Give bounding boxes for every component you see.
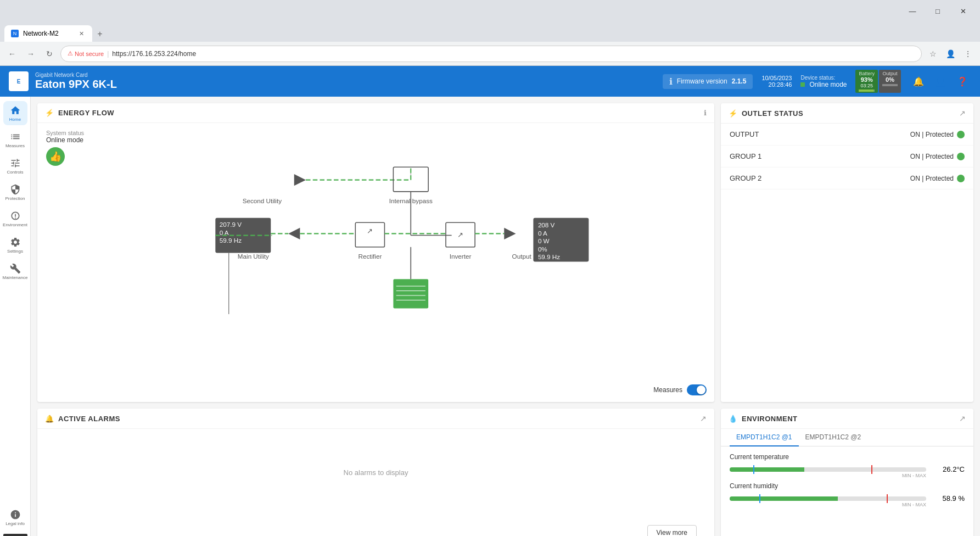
alarms-panel: 🔔 ACTIVE ALARMS ↗ No alarms to display V… [37,409,714,536]
output-arrow [504,228,516,239]
humidity-value: 58.9 % [932,494,965,503]
second-utility-label: Second Utility [243,197,282,204]
main-utility-arrow [288,228,300,239]
outlet-rows: OUTPUT ON | Protected GROUP 1 ON | Prote… [721,124,973,189]
new-tab-button[interactable]: + [92,26,108,42]
environment-external-link-icon[interactable]: ↗ [959,414,966,423]
alarms-footer: View more [37,516,714,536]
forward-button[interactable]: → [23,46,38,62]
outlet-status-header: ⚡ OUTLET STATUS ↗ [721,103,973,124]
outlet-output-indicator [957,131,965,138]
view-more-button[interactable]: View more [647,525,697,536]
back-button[interactable]: ← [4,46,20,62]
header-title: Eaton 9PX 6K-L [35,78,117,91]
env-tab-1[interactable]: EMPDT1H1C2 @1 [730,429,799,446]
not-secure-indicator: ⚠ Not secure [68,50,104,57]
svg-text:59.9 Hz: 59.9 Hz [538,253,560,260]
svg-text:208 V: 208 V [538,221,555,228]
svg-text:0%: 0% [538,245,547,253]
bottom-row: 🔔 ACTIVE ALARMS ↗ No alarms to display V… [37,409,973,536]
toggle-knob [697,386,705,394]
menu-icon[interactable]: ⋮ [960,46,976,62]
device-status-label: Device status: [800,75,847,81]
battery-box [393,279,428,308]
close-button[interactable]: ✕ [950,2,976,20]
environment-header: 💧 ENVIRONMENT ↗ [721,409,973,429]
sidebar-item-legal[interactable]: Legal info [3,505,27,529]
energy-flow-title: ENERGY FLOW [58,109,114,117]
help-icon[interactable]: ❓ [954,72,971,90]
main-layout: Home Measures Controls Protection Enviro… [0,97,980,536]
temperature-min-marker [753,465,754,474]
output-widget: Output 0% [879,70,901,93]
sidebar-item-settings[interactable]: Settings [3,233,27,257]
svg-text:0 W: 0 W [538,237,550,244]
temperature-bar-labels: MIN - MAX [730,473,926,478]
system-status-value: Online mode [46,136,84,144]
system-status: System status Online mode 👍 [46,130,84,166]
second-utility-arrow [294,174,306,186]
profile-icon[interactable]: 👤 [943,46,958,62]
system-status-label: System status [46,130,84,136]
environment-title: ENVIRONMENT [742,415,798,423]
sidebar-item-measures[interactable]: Measures [3,127,27,152]
battery-output-widget: Battery 93% 03:25 Output 0% [855,70,901,93]
temperature-bar-fill [730,467,804,472]
main-utility-label: Main Utility [238,253,269,260]
environment-icon: 💧 [729,415,737,423]
address-bar[interactable]: ⚠ Not secure | https://176.16.253.224/ho… [60,46,922,62]
outlet-row-group2: GROUP 2 ON | Protected [721,168,973,189]
sidebar-item-protection[interactable]: Protection [3,180,27,204]
alarms-title: ACTIVE ALARMS [58,415,120,423]
system-status-icon: 👍 [46,147,65,166]
app-header: E Gigabit Network Card Eaton 9PX 6K-L ℹ … [0,66,980,97]
sidebar-item-maintenance[interactable]: Maintenance [3,259,27,283]
main-utility-hz: 59.9 Hz [220,237,242,244]
energy-flow-header: ⚡ ENERGY FLOW ℹ [37,103,714,123]
outlet-group2-status: ON | Protected [910,175,965,182]
sidebar-item-home[interactable]: Home [3,101,27,125]
outlet-external-link-icon[interactable]: ↗ [959,109,966,118]
humidity-min-marker [759,494,760,503]
temperature-value: 26.2°C [932,465,965,473]
temperature-max-marker [871,465,872,474]
tab-close-button[interactable]: ✕ [77,29,86,38]
measures-toggle-switch[interactable] [687,384,707,395]
device-status-block: Device status: Online mode [800,75,847,88]
temperature-bar-track: MIN - MAX [730,467,926,472]
alarms-empty-message: No alarms to display [344,468,408,477]
svg-text:↗: ↗ [457,231,463,239]
env-tab-2[interactable]: EMPDT1H1C2 @2 [799,429,868,446]
notifications-icon[interactable]: 🔔 [910,72,927,90]
energy-flow-panel: ⚡ ENERGY FLOW ℹ System status Online mod… [37,103,714,402]
alarms-content: No alarms to display [37,429,714,516]
maximize-button[interactable]: □ [925,2,950,20]
firmware-info: ℹ Firmware version 2.1.5 [663,74,753,89]
sidebar-item-environment[interactable]: Environment [3,206,27,231]
outlet-group1-status: ON | Protected [910,153,965,160]
bookmark-icon[interactable]: ☆ [925,46,940,62]
browser-actions: ☆ 👤 ⋮ [925,46,976,62]
outlet-status-title: OUTLET STATUS [742,109,803,118]
refresh-button[interactable]: ↻ [42,46,57,62]
alarms-external-link-icon[interactable]: ↗ [700,414,707,423]
temperature-label: Current temperature [730,453,965,461]
content-area: ⚡ ENERGY FLOW ℹ System status Online mod… [31,97,980,536]
url-text: https://176.16.253.224/home [112,50,196,58]
minimize-button[interactable]: — [900,2,925,20]
energy-flow-diagram: 207.9 V 0 A 59.9 Hz Second Utility ↕ Int… [46,127,705,314]
outlet-group1-name: GROUP 1 [730,152,761,160]
temperature-row: MIN - MAX 26.2°C [730,465,965,473]
firmware-label: Firmware version [677,77,727,85]
header-icons: 🔔 👤 ❓ [910,72,971,90]
user-icon[interactable]: 👤 [932,72,949,90]
humidity-row: MIN - MAX 58.9 % [730,494,965,503]
outlet-icon: ⚡ [729,109,737,118]
device-status-value: Online mode [800,81,847,88]
energy-flow-info-icon[interactable]: ℹ [704,109,707,117]
inverter-label: Inverter [450,253,472,260]
sidebar-item-controls[interactable]: Controls [3,154,27,178]
humidity-bar-fill [730,496,838,501]
main-utility-v: 207.9 V [220,221,242,228]
browser-tab[interactable]: N Network-M2 ✕ [4,25,92,42]
